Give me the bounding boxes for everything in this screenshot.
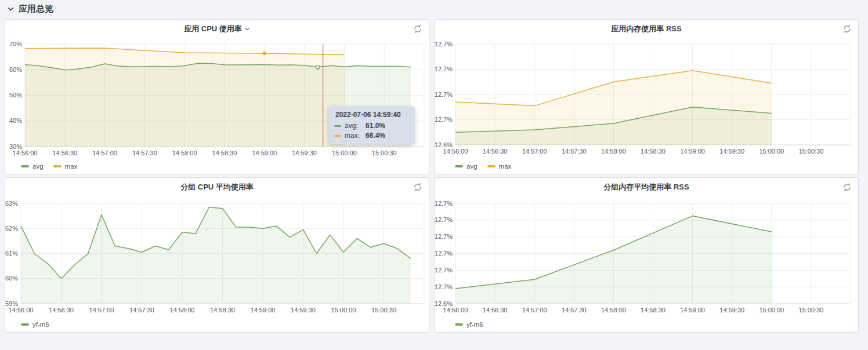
panel-title: 应用 CPU 使用率	[184, 24, 242, 34]
chevron-down-icon	[244, 26, 250, 32]
legend-item-yf-m6[interactable]: yf-m6	[455, 321, 483, 328]
svg-text:14:59:30: 14:59:30	[719, 148, 744, 155]
svg-text:14:56:00: 14:56:00	[443, 307, 468, 313]
panel-title-menu[interactable]: 分组 CPU 平均使用率	[5, 182, 429, 192]
svg-text:12.7%: 12.7%	[435, 250, 453, 257]
svg-text:14:58:30: 14:58:30	[212, 150, 237, 156]
svg-text:14:59:30: 14:59:30	[719, 307, 744, 313]
svg-text:70%: 70%	[9, 41, 22, 48]
svg-text:14:57:30: 14:57:30	[129, 307, 154, 313]
section-title: 应用总览	[19, 3, 53, 14]
refresh-icon[interactable]	[842, 24, 852, 34]
svg-text:14:59:00: 14:59:00	[680, 307, 705, 313]
svg-text:14:56:30: 14:56:30	[49, 307, 74, 313]
svg-text:15:00:30: 15:00:30	[798, 307, 823, 313]
svg-text:50%: 50%	[9, 92, 22, 99]
cpu-usage-chart-canvas[interactable]: 70%60%50%40%30%14:56:0014:56:3014:57:001…	[5, 20, 429, 174]
svg-text:14:58:00: 14:58:00	[601, 148, 626, 155]
panel-title: 分组内存平均使用率 RSS	[603, 182, 689, 192]
svg-text:14:56:00: 14:56:00	[13, 150, 38, 156]
svg-text:14:56:30: 14:56:30	[483, 148, 508, 155]
svg-text:61%: 61%	[5, 250, 18, 257]
highlight-dot	[263, 52, 266, 55]
legend-swatch	[21, 165, 29, 167]
legend-label: yf-m6	[466, 321, 483, 328]
svg-text:14:56:00: 14:56:00	[443, 148, 468, 155]
legend-swatch	[21, 323, 29, 326]
svg-text:14:57:00: 14:57:00	[89, 307, 114, 313]
svg-text:14:57:00: 14:57:00	[522, 307, 547, 313]
legend-item-avg[interactable]: avg	[455, 163, 478, 170]
svg-text:14:59:00: 14:59:00	[252, 150, 277, 156]
svg-text:14:57:30: 14:57:30	[562, 307, 587, 313]
panel-title: 分组 CPU 平均使用率	[180, 182, 254, 192]
svg-text:14:58:30: 14:58:30	[641, 307, 666, 313]
refresh-icon[interactable]	[413, 24, 422, 34]
svg-text:14:59:00: 14:59:00	[680, 148, 705, 155]
svg-text:15:00:30: 15:00:30	[372, 150, 397, 156]
refresh-icon[interactable]	[413, 183, 422, 192]
svg-text:12.7%: 12.7%	[435, 116, 453, 123]
legend-item-yf-m6[interactable]: yf-m6	[21, 321, 49, 328]
legend-label: max	[499, 163, 512, 170]
svg-text:12.7%: 12.7%	[435, 216, 453, 223]
svg-text:12.7%: 12.7%	[435, 65, 453, 72]
svg-text:15:00:00: 15:00:00	[332, 150, 357, 156]
svg-text:14:58:00: 14:58:00	[601, 307, 626, 313]
svg-text:12.7%: 12.7%	[435, 283, 453, 290]
legend-label: yf-m6	[32, 321, 49, 328]
legend-item-avg[interactable]: avg	[21, 163, 44, 170]
panel-group-memory-rss: 分组内存平均使用率 RSS 12.7%12.7%12.7%12.7%12.7%1…	[434, 177, 859, 333]
svg-text:14:58:30: 14:58:30	[641, 148, 666, 155]
svg-text:12.6%: 12.6%	[435, 300, 453, 307]
chart-legend: yf-m6	[21, 321, 49, 328]
svg-text:12.7%: 12.7%	[435, 200, 453, 207]
svg-text:14:57:00: 14:57:00	[92, 150, 117, 156]
legend-label: avg	[466, 163, 478, 170]
svg-text:12.6%: 12.6%	[435, 141, 453, 148]
svg-text:14:58:30: 14:58:30	[210, 307, 235, 313]
svg-text:12.7%: 12.7%	[435, 233, 453, 240]
svg-text:14:59:30: 14:59:30	[291, 307, 316, 313]
panel-title: 应用内存使用率 RSS	[611, 24, 681, 34]
svg-text:15:00:00: 15:00:00	[331, 307, 356, 313]
panel-group-cpu-avg: 分组 CPU 平均使用率 63%62%61%60%59%14:56:0014:5…	[5, 177, 429, 333]
svg-text:14:57:30: 14:57:30	[562, 148, 587, 155]
legend-item-max[interactable]: max	[53, 163, 78, 170]
svg-text:12.7%: 12.7%	[435, 41, 453, 48]
legend-swatch	[455, 165, 463, 167]
group-memory-chart-canvas[interactable]: 12.7%12.7%12.7%12.7%12.7%12.7%12.6%14:56…	[435, 178, 858, 332]
svg-text:14:58:00: 14:58:00	[170, 307, 195, 313]
svg-text:15:00:00: 15:00:00	[759, 307, 784, 313]
svg-text:14:58:00: 14:58:00	[172, 150, 197, 156]
svg-text:62%: 62%	[5, 225, 18, 232]
svg-text:14:59:30: 14:59:30	[292, 150, 317, 156]
svg-text:59%: 59%	[5, 300, 18, 307]
panel-title-menu[interactable]: 应用内存使用率 RSS	[435, 24, 858, 34]
svg-text:14:57:00: 14:57:00	[522, 148, 547, 155]
svg-text:14:56:30: 14:56:30	[483, 307, 508, 313]
memory-usage-chart-canvas[interactable]: 12.7%12.7%12.7%12.7%12.6%14:56:0014:56:3…	[435, 20, 858, 174]
row-header-app-overview[interactable]: 应用总览	[0, 0, 53, 17]
legend-label: avg	[32, 163, 44, 170]
refresh-icon[interactable]	[842, 183, 852, 192]
series-area-max	[25, 48, 344, 147]
panel-title-menu[interactable]: 应用 CPU 使用率	[5, 24, 429, 34]
panel-app-cpu: 应用 CPU 使用率 70%60%50%40%30%14:56:0014:56:…	[5, 19, 429, 174]
series-area-yf-m6	[21, 207, 411, 304]
chart-legend: avgmax	[21, 163, 77, 170]
svg-text:14:59:00: 14:59:00	[251, 307, 276, 313]
legend-swatch	[53, 165, 62, 167]
panel-title-menu[interactable]: 分组内存平均使用率 RSS	[435, 182, 858, 192]
group-cpu-chart-canvas[interactable]: 63%62%61%60%59%14:56:0014:56:3014:57:001…	[5, 178, 429, 332]
svg-text:14:56:00: 14:56:00	[9, 307, 34, 313]
legend-swatch	[455, 323, 463, 326]
svg-text:14:56:30: 14:56:30	[52, 150, 77, 156]
chevron-down-icon	[7, 5, 15, 13]
svg-text:12.7%: 12.7%	[435, 91, 453, 98]
chart-legend: avgmax	[455, 163, 511, 170]
legend-item-max[interactable]: max	[487, 163, 512, 170]
svg-text:15:00:30: 15:00:30	[371, 307, 396, 313]
svg-text:40%: 40%	[9, 117, 22, 124]
chart-legend: yf-m6	[455, 321, 483, 328]
